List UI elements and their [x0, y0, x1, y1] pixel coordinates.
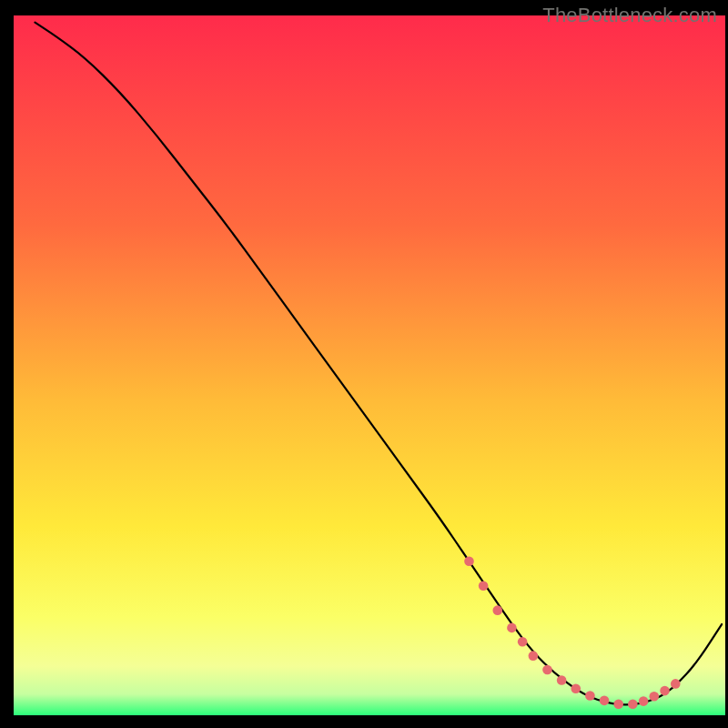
chart-stage: TheBottleneck.com — [0, 0, 728, 728]
plot-background — [14, 15, 725, 715]
chart-svg — [0, 0, 728, 728]
sweet-spot-dot — [613, 699, 623, 709]
sweet-spot-dot — [671, 679, 681, 689]
sweet-spot-dot — [479, 581, 489, 591]
sweet-spot-dot — [628, 699, 638, 709]
sweet-spot-dot — [542, 665, 552, 675]
sweet-spot-dot — [639, 696, 649, 706]
sweet-spot-dot — [650, 692, 660, 702]
watermark-text: TheBottleneck.com — [542, 4, 717, 27]
sweet-spot-dot — [507, 623, 517, 633]
sweet-spot-dot — [571, 683, 581, 693]
sweet-spot-dot — [660, 686, 670, 696]
sweet-spot-dot — [600, 696, 610, 706]
sweet-spot-dot — [585, 691, 595, 701]
sweet-spot-dot — [518, 637, 528, 647]
sweet-spot-dot — [529, 651, 539, 661]
sweet-spot-dot — [557, 675, 567, 685]
sweet-spot-dot — [464, 557, 474, 567]
sweet-spot-dot — [492, 605, 502, 615]
